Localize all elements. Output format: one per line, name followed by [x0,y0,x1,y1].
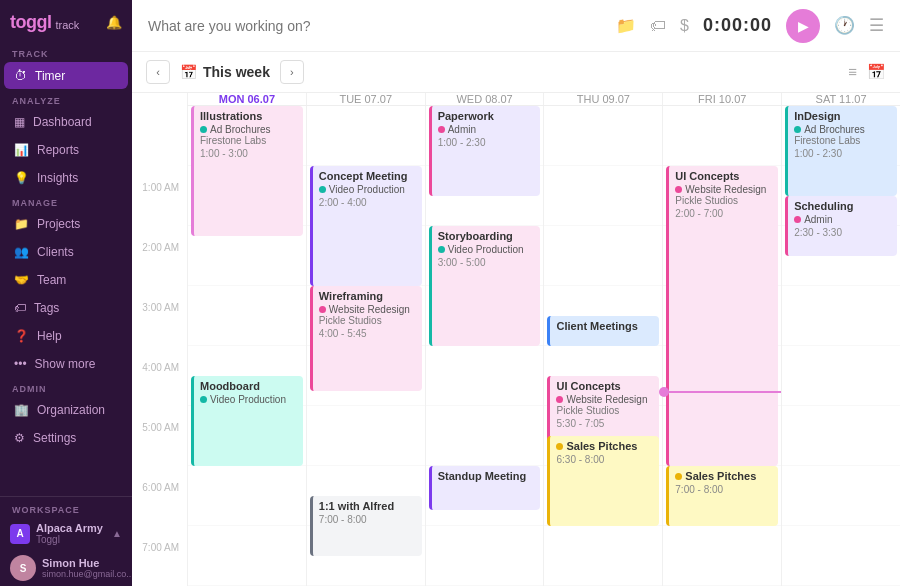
user-name: Simon Hue [42,557,132,569]
time-2am: 2:00 AM [132,193,187,253]
calendar-view-icon[interactable]: 📅 [867,63,886,81]
topbar-icons: 📁 🏷 $ 0:00:00 ▶ 🕐 ☰ [616,9,884,43]
day-col-wed: Paperwork Admin 1:00 - 2:30 Storyboardin… [425,106,544,586]
sidebar-item-clients[interactable]: 👥 Clients [4,239,128,265]
event-illustrations[interactable]: Illustrations Ad Brochures Firestone Lab… [191,106,303,236]
day-header-sat: SAT 11.07 [781,93,900,105]
event-wireframing[interactable]: Wireframing Website Redesign Pickle Stud… [310,286,422,391]
logo-text: toggl [10,12,51,33]
days-grid: Illustrations Ad Brochures Firestone Lab… [187,106,900,586]
track-section-label: TRACK [0,45,132,61]
tags-icon: 🏷 [14,301,26,315]
calendar-icon: 📅 [180,64,197,80]
timer-input[interactable] [148,18,604,34]
event-standup[interactable]: Standup Meeting [429,466,541,510]
calendar-body: 1:00 AM 2:00 AM 3:00 AM 4:00 AM 5:00 AM … [132,93,900,586]
analyze-section-label: ANALYZE [0,90,132,108]
user-email: simon.hue@gmail.co... [42,569,132,579]
workspace-section-label: WORKSPACE [0,503,132,517]
time-column: 1:00 AM 2:00 AM 3:00 AM 4:00 AM 5:00 AM … [132,93,187,586]
days-area: MON 06.07 TUE 07.07 WED 08.07 THU 09.07 … [187,93,900,586]
event-storyboarding[interactable]: Storyboarding Video Production 3:00 - 5:… [429,226,541,346]
sidebar-item-dashboard[interactable]: ▦ Dashboard [4,109,128,135]
tag-icon[interactable]: 🏷 [650,17,666,35]
show-more-icon: ••• [14,357,27,371]
logo-track: track [55,19,79,31]
time-6am: 6:00 AM [132,433,187,493]
sidebar-logo: toggl track 🔔 [0,0,132,45]
organization-icon: 🏢 [14,403,29,417]
now-line [663,391,781,393]
day-header-wed: WED 08.07 [425,93,544,105]
dashboard-icon: ▦ [14,115,25,129]
event-paperwork[interactable]: Paperwork Admin 1:00 - 2:30 [429,106,541,196]
workspace-icon: A [10,524,30,544]
clock-history-icon[interactable]: 🕐 [834,15,855,36]
next-week-button[interactable]: › [280,60,304,84]
manage-section-label: MANAGE [0,192,132,210]
sidebar-item-organization[interactable]: 🏢 Organization [4,397,128,423]
week-label[interactable]: 📅 This week [180,64,270,80]
workspace-name: Alpaca Army [36,522,103,534]
day-col-mon: Illustrations Ad Brochures Firestone Lab… [187,106,306,586]
insights-icon: 💡 [14,171,29,185]
sidebar-item-reports[interactable]: 📊 Reports [4,137,128,163]
event-ui-concepts-fri[interactable]: UI Concepts Website Redesign Pickle Stud… [666,166,778,466]
calendar-nav: ‹ 📅 This week › ≡ 📅 [132,52,900,93]
event-client-meetings[interactable]: Client Meetings [547,316,659,346]
folder-icon[interactable]: 📁 [616,16,636,35]
sidebar-item-settings[interactable]: ⚙ Settings [4,425,128,451]
timer-icon: ⏱ [14,68,27,83]
sidebar-item-team[interactable]: 🤝 Team [4,267,128,293]
day-header-tue: TUE 07.07 [306,93,425,105]
projects-icon: 📁 [14,217,29,231]
workspace-item[interactable]: A Alpaca Army Toggl ▲ [0,517,132,550]
reports-icon: 📊 [14,143,29,157]
event-indesign[interactable]: InDesign Ad Brochures Firestone Labs 1:0… [785,106,897,196]
sidebar: toggl track 🔔 TRACK ⏱ Timer ANALYZE ▦ Da… [0,0,132,586]
list-view-icon[interactable]: ≡ [848,63,857,81]
day-header-mon: MON 06.07 [187,93,306,105]
menu-icon[interactable]: ☰ [869,15,884,36]
event-1on1-alfred[interactable]: 1:1 with Alfred 7:00 - 8:00 [310,496,422,556]
time-7am: 7:00 AM [132,493,187,553]
sidebar-item-timer[interactable]: ⏱ Timer [4,62,128,89]
admin-section-label: ADMIN [0,378,132,396]
settings-icon: ⚙ [14,431,25,445]
user-row[interactable]: S Simon Hue simon.hue@gmail.co... [0,550,132,586]
play-button[interactable]: ▶ [786,9,820,43]
main-area: 📁 🏷 $ 0:00:00 ▶ 🕐 ☰ ‹ 📅 This week › ≡ 📅 … [132,0,900,586]
avatar: S [10,555,36,581]
time-1am: 1:00 AM [132,133,187,193]
prev-week-button[interactable]: ‹ [146,60,170,84]
sidebar-item-insights[interactable]: 💡 Insights [4,165,128,191]
timer-display: 0:00:00 [703,15,772,36]
day-header-fri: FRI 10.07 [662,93,781,105]
sidebar-item-help[interactable]: ❓ Help [4,323,128,349]
day-col-thu: Client Meetings UI Concepts Website Rede… [543,106,662,586]
day-col-tue: Concept Meeting Video Production 2:00 - … [306,106,425,586]
topbar: 📁 🏷 $ 0:00:00 ▶ 🕐 ☰ [132,0,900,52]
day-header-thu: THU 09.07 [543,93,662,105]
time-3am: 3:00 AM [132,253,187,313]
workspace-chevron-icon: ▲ [112,528,122,539]
sidebar-item-projects[interactable]: 📁 Projects [4,211,128,237]
time-8am: 8:00 AM [132,553,187,586]
day-col-sat: InDesign Ad Brochures Firestone Labs 1:0… [781,106,900,586]
help-icon: ❓ [14,329,29,343]
event-moodboard[interactable]: Moodboard Video Production [191,376,303,466]
event-scheduling[interactable]: Scheduling Admin 2:30 - 3:30 [785,196,897,256]
clients-icon: 👥 [14,245,29,259]
notification-icon[interactable]: 🔔 [106,15,122,30]
event-concept-meeting[interactable]: Concept Meeting Video Production 2:00 - … [310,166,422,286]
billing-icon[interactable]: $ [680,17,689,35]
sidebar-item-show-more[interactable]: ••• Show more [4,351,128,377]
day-col-fri: UI Concepts Website Redesign Pickle Stud… [662,106,781,586]
event-sales-pitches-thu[interactable]: Sales Pitches 6:30 - 8:00 [547,436,659,526]
sidebar-item-tags[interactable]: 🏷 Tags [4,295,128,321]
time-5am: 5:00 AM [132,373,187,433]
cal-view-controls: ≡ 📅 [848,63,886,81]
event-sales-pitches-fri[interactable]: Sales Pitches 7:00 - 8:00 [666,466,778,526]
workspace-sub: Toggl [36,534,103,545]
days-header: MON 06.07 TUE 07.07 WED 08.07 THU 09.07 … [187,93,900,106]
